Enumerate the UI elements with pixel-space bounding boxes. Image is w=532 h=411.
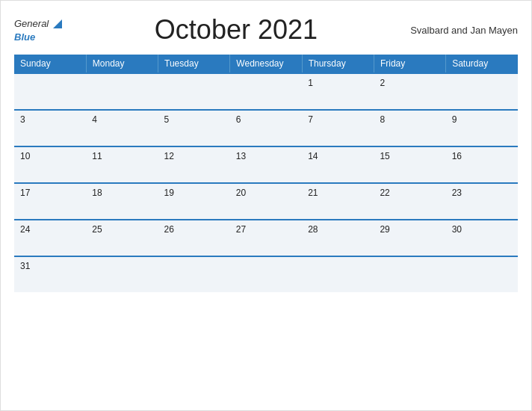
day-cell: 25 [86, 220, 158, 256]
day-cell: 4 [86, 110, 158, 146]
day-cell: 23 [446, 183, 518, 220]
week-row-1: 3456789 [14, 110, 518, 146]
day-cell [158, 256, 230, 292]
day-cell [230, 73, 302, 110]
day-cell: 22 [374, 183, 445, 220]
week-row-3: 17181920212223 [14, 183, 518, 220]
day-cell [158, 73, 230, 110]
calendar-header: General Blue October 2021 Svalbard and J… [14, 14, 518, 46]
header-tuesday: Tuesday [158, 55, 230, 73]
day-cell: 12 [158, 146, 230, 183]
day-cell: 13 [230, 146, 302, 183]
week-row-0: 12 [14, 73, 518, 110]
day-cell: 2 [374, 73, 445, 110]
svg-marker-0 [53, 19, 62, 28]
calendar-title: October 2021 [62, 14, 410, 46]
day-cell: 26 [158, 220, 230, 256]
day-cell [86, 256, 158, 292]
day-cell [446, 256, 518, 292]
calendar-wrapper: General Blue October 2021 Svalbard and J… [0, 0, 532, 411]
logo-triangle-icon [53, 19, 62, 28]
day-cell: 16 [446, 146, 518, 183]
region-label: Svalbard and Jan Mayen [410, 25, 518, 36]
day-cell [374, 256, 445, 292]
header-saturday: Saturday [446, 55, 518, 73]
day-cell: 9 [446, 110, 518, 146]
day-cell: 11 [86, 146, 158, 183]
days-header-row: Sunday Monday Tuesday Wednesday Thursday… [14, 55, 518, 73]
day-cell: 15 [374, 146, 445, 183]
day-cell [14, 73, 86, 110]
header-wednesday: Wednesday [230, 55, 302, 73]
week-row-2: 10111213141516 [14, 146, 518, 183]
day-cell: 8 [374, 110, 445, 146]
week-row-4: 24252627282930 [14, 220, 518, 256]
logo-blue-text: Blue [14, 31, 35, 43]
header-sunday: Sunday [14, 55, 86, 73]
header-thursday: Thursday [302, 55, 374, 73]
logo-general-text: General [14, 18, 49, 29]
header-friday: Friday [374, 55, 445, 73]
day-cell: 6 [230, 110, 302, 146]
day-cell: 10 [14, 146, 86, 183]
logo-line1: General [14, 16, 62, 30]
week-row-5: 31 [14, 256, 518, 292]
day-cell: 24 [14, 220, 86, 256]
logo-line2: Blue [14, 30, 35, 43]
day-cell: 20 [230, 183, 302, 220]
day-cell [302, 256, 374, 292]
day-cell: 3 [14, 110, 86, 146]
day-cell: 19 [158, 183, 230, 220]
logo-area: General Blue [14, 16, 62, 43]
day-cell: 1 [302, 73, 374, 110]
day-cell: 7 [302, 110, 374, 146]
day-cell: 17 [14, 183, 86, 220]
day-cell: 27 [230, 220, 302, 256]
day-cell [446, 73, 518, 110]
day-cell: 21 [302, 183, 374, 220]
day-cell [86, 73, 158, 110]
day-cell: 28 [302, 220, 374, 256]
day-cell [230, 256, 302, 292]
day-cell: 18 [86, 183, 158, 220]
header-monday: Monday [86, 55, 158, 73]
calendar-body: 1234567891011121314151617181920212223242… [14, 73, 518, 292]
day-cell: 31 [14, 256, 86, 292]
calendar-table: Sunday Monday Tuesday Wednesday Thursday… [14, 55, 518, 292]
day-cell: 29 [374, 220, 445, 256]
day-cell: 14 [302, 146, 374, 183]
day-cell: 30 [446, 220, 518, 256]
day-cell: 5 [158, 110, 230, 146]
